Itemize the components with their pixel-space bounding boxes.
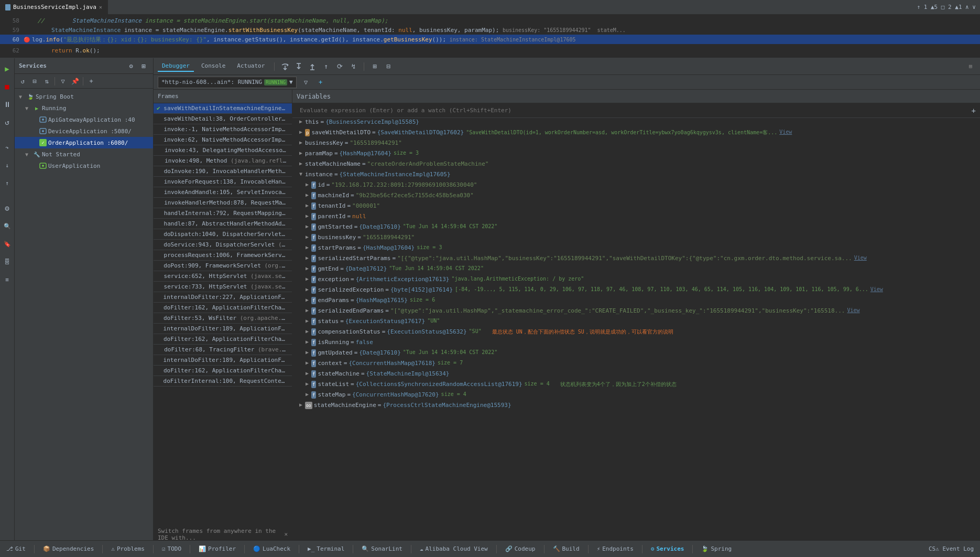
restart-icon[interactable]: ↺ [0,114,16,131]
frame-item-19[interactable]: ✔ doFilter:162, ApplicationFilterChain (… [154,303,292,313]
var-row-stateList[interactable]: ▶ f stateList = {Collections$Synchronize… [292,380,980,391]
bookmarks-icon[interactable]: 🔖 [0,235,16,252]
var-row-id[interactable]: ▶ f id = "192.168.172.232:8091:279989691… [292,181,980,191]
frames-list[interactable]: ✔ saveWithDetailInStatemachineEngine:60,… [154,103,292,528]
structure-icon[interactable]: ≡ [0,271,16,288]
status-event-log[interactable]: CS⚠ Event Log [927,545,976,552]
status-problems[interactable]: ⚠ Problems [109,545,147,552]
var-row-parentId[interactable]: ▶ f parentId = null [292,212,980,223]
frame-item-18[interactable]: ✔ internalDoFilter:227, ApplicationFilte… [154,292,292,303]
sort-btn[interactable]: ⇅ [41,76,52,87]
var-row-this[interactable]: ▶ this = {BusinessServiceImpl@15585} [292,118,980,128]
var-row-stateMap[interactable]: ▶ f stateMap = {ConcurrentHashMap@17620}… [292,391,980,401]
var-row-serializedEndParams[interactable]: ▶ f serializedEndParams = "["@type":"jav… [292,307,980,317]
step-over-icon[interactable]: ↷ [0,139,16,156]
status-luacheck[interactable]: 🔵 LuaCheck [251,545,292,552]
settings-icon[interactable]: ⚙ [0,200,16,217]
settings-btn[interactable]: ⊟ [383,61,394,72]
tree-spring-boot[interactable]: ▼ 🍃 Spring Boot [15,91,153,102]
add-btn[interactable]: + [86,76,96,87]
var-row-serializedException[interactable]: ▶ f serializedException = {byte[4152]@17… [292,286,980,296]
var-row-gmtStarted[interactable]: ▶ f gmtStarted = {Date@17610} "Tue Jun 1… [292,223,980,233]
step-into-icon[interactable]: ↓ [0,157,16,174]
restore-layout-btn[interactable]: ⊞ [369,61,380,72]
status-profiler[interactable]: 📊 Profiler [197,545,238,552]
frame-item-4[interactable]: ✔ invoke:43, DelegatingMethodAccessorImp… [154,145,292,156]
var-row-businessKey[interactable]: ▶ businessKey = "1655189944291" [292,139,980,149]
var-row-saveWithDetailDTO[interactable]: ▶ p saveWithDetailDTO = {SaveWithDetailD… [292,128,980,139]
frame-item-7[interactable]: ✔ invokeForRequest:138, InvocableHandler… [154,177,292,187]
var-row-endParams[interactable]: ▶ f endParams = {HashMap@17615} size = 6 [292,296,980,307]
frame-item-22[interactable]: ✔ doFilter:162, ApplicationFilterChain (… [154,334,292,345]
status-services[interactable]: ⚙ Services [649,545,687,552]
status-terminal[interactable]: ▶_ Terminal [306,545,346,552]
frames-add-btn[interactable]: + [315,77,326,88]
thread-selector[interactable]: *http-nio-608...ain*: RUNNING RUNNING ▼ [158,77,297,88]
step-out-btn[interactable] [307,61,318,72]
stop-icon[interactable]: ■ [0,78,16,95]
var-row-machineId[interactable]: ▶ f machineId = "9b23be56cf2ece5c7155dc4… [292,191,980,202]
var-row-gmtEnd[interactable]: ▶ f gmtEnd = {Date@17612} "Tue Jun 14 14… [292,265,980,275]
status-alicloud[interactable]: ☁ Alibaba Cloud View [418,545,490,552]
status-sonarlint[interactable]: 🔍 SonarLint [360,545,405,552]
frame-item-6[interactable]: ✔ doInvoke:190, InvocableHandlerMethod (… [154,166,292,177]
var-row-startParams[interactable]: ▶ f startParams = {HashMap@17604} size =… [292,244,980,254]
frame-item-2[interactable]: ✔ invoke:-1, NativeMethodAccessorImpl (s… [154,124,292,135]
run-icon[interactable]: ▶ [0,60,16,77]
status-codeup[interactable]: 🔗 Codeup [503,545,538,552]
status-endpoints[interactable]: ⚡ Endpoints [595,545,636,552]
tab-actuator[interactable]: Actuator [233,61,269,72]
services-expand-btn[interactable]: ⊞ [138,61,149,71]
frame-item-24[interactable]: ✔ internalDoFilter:189, ApplicationFilte… [154,355,292,366]
frame-item-16[interactable]: ✔ service:652, HttpServlet (javax.servle… [154,271,292,282]
evaluate-btn[interactable]: ⟳ [334,61,345,72]
frame-item-12[interactable]: ✔ doDispatch:1040, DispatcherServlet (or… [154,229,292,240]
frame-item-11[interactable]: ✔ handle:87, AbstractHandlerMethodAdapte… [154,219,292,229]
tab-debugger[interactable]: Debugger [158,61,194,72]
eval-input[interactable] [297,105,970,116]
frame-item-17[interactable]: ✔ service:733, HttpServlet (javax.servle… [154,282,292,292]
add-watch-btn[interactable]: + [972,106,976,115]
frame-item-0[interactable]: ✔ saveWithDetailInStatemachineEngine:60,… [154,103,292,114]
frame-item-26[interactable]: ✔ doFilterInternal:100, RequestContextFi… [154,376,292,387]
var-row-stateMachineName[interactable]: ▶ stateMachineName = "createOrderAndProb… [292,160,980,170]
var-row-paramMap[interactable]: ▶ paramMap = {HashMap@17604} size = 3 [292,149,980,160]
frames-close-btn[interactable]: ✕ [284,531,288,538]
step-over-btn[interactable] [280,61,290,72]
frame-item-21[interactable]: ✔ internalDoFilter:189, ApplicationFilte… [154,324,292,334]
tree-device[interactable]: DeviceApplication :5080/ [15,125,153,137]
services-settings-btn[interactable]: ⚙ [126,61,136,71]
run-to-cursor-btn[interactable]: ↑ [321,61,331,72]
frame-item-13[interactable]: ✔ doService:943, DispatcherServlet (org.… [154,240,292,250]
var-row-instance[interactable]: ▼ instance = {StateMachineInstanceImpl@1… [292,170,980,181]
var-link-se[interactable]: View [870,286,883,292]
tree-order[interactable]: ✓ OrderApplication :6080/ [15,137,153,148]
status-todo[interactable]: ☑ TODO [160,545,183,552]
status-dependencies[interactable]: 📦 Dependencies [41,545,96,552]
search-icon[interactable]: 🔍 [0,218,16,234]
var-link-sep[interactable]: View [847,307,859,313]
var-row-context[interactable]: ▶ f context = {ConcurrentHashMap@17618} … [292,359,980,370]
frame-item-3[interactable]: ✔ invoke:62, NativeMethodAccessorImpl (s… [154,135,292,145]
reload-btn[interactable]: ↺ [17,76,28,87]
tab-console[interactable]: Console [197,61,230,72]
frame-item-9[interactable]: ✔ invokeHandlerMethod:878, RequestMappin… [154,198,292,208]
frame-item-10[interactable]: ✔ handleInternal:792, RequestMappingHand… [154,208,292,219]
tree-apigateway[interactable]: ApiGatewayApplication :40 [15,114,153,125]
var-row-compensationStatus[interactable]: ▶ f compensationStatus = {ExecutionStatu… [292,328,980,338]
pause-icon[interactable]: ⏸ [0,96,16,113]
filter-btn[interactable]: ▽ [58,76,68,87]
var-row-status[interactable]: ▶ f status = {ExecutionStatus@17617} "UN… [292,317,980,328]
var-link-ssp[interactable]: View [854,255,867,261]
frame-item-25[interactable]: ✔ doFilter:162, ApplicationFilterChain (… [154,366,292,376]
status-git[interactable]: ⎇ Git [4,545,28,552]
frame-item-20[interactable]: ✔ doFilter:53, WsFilter (org.apache.tomc… [154,313,292,324]
var-row-smEngine[interactable]: ▶ oo stateMachineEngine = {ProcessCtrlSt… [292,401,980,412]
var-row-gmtUpdated[interactable]: ▶ f gmtUpdated = {Date@17610} "Tue Jun 1… [292,349,980,359]
collapse-all-btn[interactable]: ⊟ [29,76,40,87]
step-into-btn[interactable] [293,61,304,72]
var-link-dto[interactable]: View [779,129,792,135]
active-tab[interactable]: BusinessServiceImpl.java ✕ [0,0,108,15]
status-build[interactable]: 🔨 Build [551,545,582,552]
trace-btn[interactable]: ↯ [348,61,358,72]
